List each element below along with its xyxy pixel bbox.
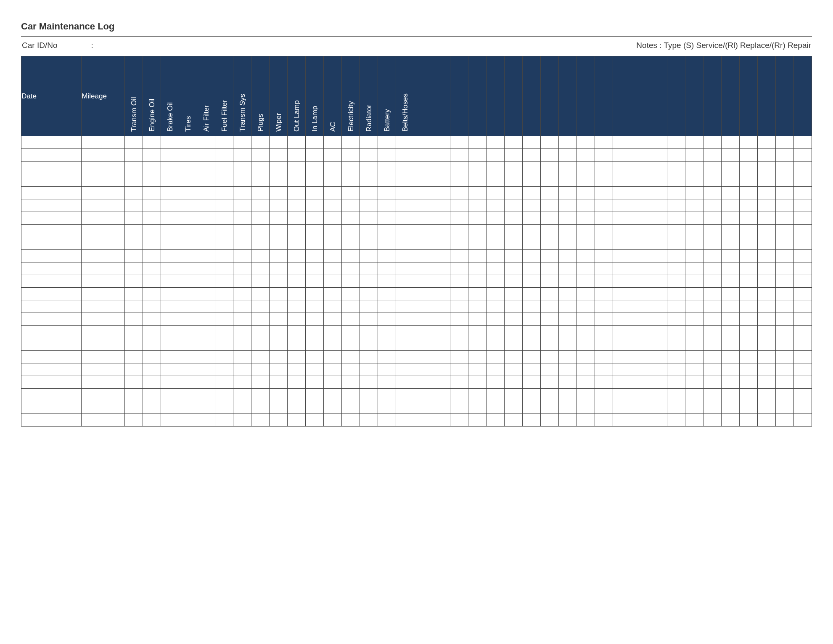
- table-cell[interactable]: [540, 136, 558, 149]
- table-cell[interactable]: [558, 363, 576, 376]
- table-cell[interactable]: [179, 174, 197, 187]
- table-cell[interactable]: [649, 262, 667, 275]
- table-cell[interactable]: [360, 275, 378, 288]
- table-cell[interactable]: [486, 288, 504, 300]
- table-cell[interactable]: [161, 351, 179, 363]
- table-cell[interactable]: [522, 149, 540, 162]
- table-cell[interactable]: [341, 199, 360, 212]
- table-cell[interactable]: [703, 174, 721, 187]
- table-cell[interactable]: [631, 250, 649, 262]
- table-cell[interactable]: [323, 149, 341, 162]
- table-cell[interactable]: [667, 401, 685, 414]
- table-cell[interactable]: [378, 300, 396, 313]
- table-cell[interactable]: [504, 363, 522, 376]
- table-cell[interactable]: [341, 389, 360, 401]
- table-cell[interactable]: [161, 212, 179, 225]
- table-cell[interactable]: [179, 275, 197, 288]
- table-cell[interactable]: [685, 300, 703, 313]
- table-cell[interactable]: [215, 414, 233, 427]
- table-cell[interactable]: [667, 225, 685, 237]
- table-cell[interactable]: [323, 326, 341, 338]
- table-cell[interactable]: [739, 288, 757, 300]
- table-cell[interactable]: [486, 401, 504, 414]
- table-cell[interactable]: [522, 187, 540, 199]
- table-cell[interactable]: [269, 162, 287, 174]
- table-cell[interactable]: [504, 174, 522, 187]
- table-cell[interactable]: [341, 351, 360, 363]
- table-cell[interactable]: [124, 300, 143, 313]
- table-cell[interactable]: [450, 262, 468, 275]
- table-cell[interactable]: [21, 225, 82, 237]
- table-cell[interactable]: [558, 149, 576, 162]
- table-cell[interactable]: [396, 376, 414, 389]
- table-cell[interactable]: [667, 212, 685, 225]
- table-cell[interactable]: [793, 414, 812, 427]
- table-cell[interactable]: [576, 401, 595, 414]
- table-cell[interactable]: [143, 414, 161, 427]
- table-cell[interactable]: [721, 149, 739, 162]
- table-cell[interactable]: [269, 414, 287, 427]
- table-cell[interactable]: [251, 262, 269, 275]
- table-cell[interactable]: [414, 376, 432, 389]
- table-cell[interactable]: [414, 262, 432, 275]
- table-cell[interactable]: [486, 376, 504, 389]
- table-cell[interactable]: [613, 225, 631, 237]
- table-cell[interactable]: [649, 326, 667, 338]
- table-cell[interactable]: [323, 199, 341, 212]
- table-cell[interactable]: [450, 313, 468, 326]
- table-cell[interactable]: [558, 351, 576, 363]
- table-cell[interactable]: [396, 250, 414, 262]
- table-cell[interactable]: [793, 338, 812, 351]
- table-cell[interactable]: [21, 149, 82, 162]
- table-cell[interactable]: [595, 313, 613, 326]
- table-cell[interactable]: [215, 237, 233, 250]
- table-cell[interactable]: [703, 212, 721, 225]
- table-cell[interactable]: [450, 187, 468, 199]
- table-cell[interactable]: [161, 187, 179, 199]
- table-cell[interactable]: [703, 338, 721, 351]
- table-cell[interactable]: [82, 326, 124, 338]
- table-cell[interactable]: [287, 275, 305, 288]
- table-cell[interactable]: [721, 262, 739, 275]
- table-cell[interactable]: [360, 199, 378, 212]
- table-cell[interactable]: [287, 237, 305, 250]
- table-cell[interactable]: [432, 313, 450, 326]
- table-cell[interactable]: [179, 162, 197, 174]
- table-cell[interactable]: [305, 262, 323, 275]
- table-cell[interactable]: [558, 275, 576, 288]
- table-cell[interactable]: [341, 376, 360, 389]
- table-cell[interactable]: [685, 363, 703, 376]
- table-cell[interactable]: [378, 136, 396, 149]
- table-cell[interactable]: [667, 136, 685, 149]
- table-cell[interactable]: [233, 376, 251, 389]
- table-cell[interactable]: [269, 237, 287, 250]
- table-cell[interactable]: [450, 288, 468, 300]
- table-cell[interactable]: [82, 389, 124, 401]
- table-cell[interactable]: [197, 212, 215, 225]
- table-cell[interactable]: [197, 136, 215, 149]
- table-cell[interactable]: [558, 376, 576, 389]
- table-cell[interactable]: [414, 162, 432, 174]
- table-cell[interactable]: [450, 363, 468, 376]
- table-cell[interactable]: [739, 225, 757, 237]
- table-cell[interactable]: [197, 250, 215, 262]
- table-cell[interactable]: [793, 401, 812, 414]
- table-cell[interactable]: [215, 212, 233, 225]
- table-cell[interactable]: [143, 262, 161, 275]
- table-cell[interactable]: [215, 136, 233, 149]
- table-cell[interactable]: [233, 237, 251, 250]
- table-cell[interactable]: [504, 136, 522, 149]
- table-cell[interactable]: [82, 187, 124, 199]
- table-cell[interactable]: [613, 363, 631, 376]
- table-cell[interactable]: [522, 174, 540, 187]
- table-cell[interactable]: [432, 300, 450, 313]
- table-cell[interactable]: [323, 300, 341, 313]
- table-cell[interactable]: [197, 288, 215, 300]
- table-cell[interactable]: [287, 212, 305, 225]
- table-cell[interactable]: [468, 212, 486, 225]
- table-cell[interactable]: [685, 414, 703, 427]
- table-cell[interactable]: [540, 199, 558, 212]
- table-cell[interactable]: [378, 237, 396, 250]
- table-cell[interactable]: [21, 250, 82, 262]
- table-cell[interactable]: [613, 136, 631, 149]
